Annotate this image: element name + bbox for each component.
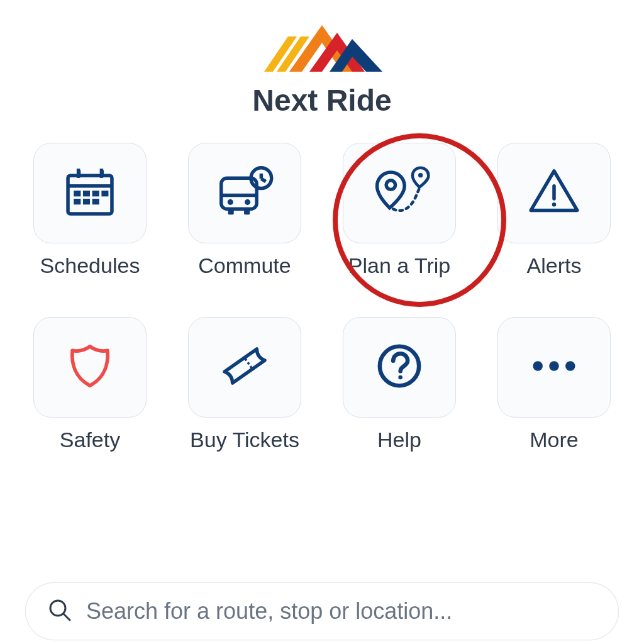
menu-label: Plan a Trip [348,252,451,279]
app-logo: Next Ride [25,18,619,118]
svg-rect-9 [101,191,108,196]
menu-item-plan-a-trip[interactable]: Plan a Trip [341,143,458,279]
svg-point-15 [228,199,233,205]
menu-item-help[interactable]: Help [341,317,458,453]
svg-point-25 [552,203,556,206]
svg-line-33 [64,614,70,620]
menu-label: More [530,426,578,453]
svg-point-29 [533,361,542,370]
menu-item-schedules[interactable]: Schedules [31,143,148,279]
menu-item-buy-tickets[interactable]: Buy Tickets [186,317,303,453]
svg-rect-6 [74,191,80,196]
svg-rect-4 [77,170,81,177]
menu-item-commute[interactable]: Commute [186,143,303,279]
svg-point-30 [549,361,558,370]
app-title: Next Ride [25,83,619,118]
menu-item-safety[interactable]: Safety [31,317,148,453]
search-placeholder: Search for a route, stop or location... [86,598,452,625]
menu-item-alerts[interactable]: Alerts [496,143,613,279]
shield-icon [64,340,116,394]
svg-point-31 [565,361,575,370]
menu-label: Help [377,426,421,453]
svg-rect-8 [92,191,99,196]
calendar-icon [61,163,119,223]
warning-icon [525,163,583,223]
pin-route-icon [368,163,431,223]
menu-label: Commute [198,252,291,279]
menu-label: Alerts [527,252,582,279]
bus-clock-icon [213,163,276,223]
more-dots-icon [527,353,581,381]
svg-rect-5 [101,170,104,177]
menu-label: Buy Tickets [190,426,299,453]
svg-rect-17 [228,209,234,214]
question-icon [374,340,425,394]
search-bar[interactable]: Search for a route, stop or location... [25,582,619,640]
svg-point-22 [386,180,396,190]
svg-rect-12 [92,199,99,204]
menu-item-more[interactable]: More [496,317,613,453]
svg-line-21 [261,179,265,182]
svg-point-16 [245,199,250,205]
menu-grid: Schedules [25,143,619,453]
search-icon [47,597,72,625]
svg-point-28 [398,375,402,379]
menu-label: Safety [60,426,120,453]
svg-rect-7 [83,191,90,196]
svg-line-26 [245,358,252,368]
menu-label: Schedules [40,252,140,279]
svg-rect-11 [83,199,90,204]
ticket-icon [216,337,274,397]
svg-rect-10 [74,199,80,204]
svg-rect-18 [244,209,250,214]
svg-point-23 [418,173,423,177]
